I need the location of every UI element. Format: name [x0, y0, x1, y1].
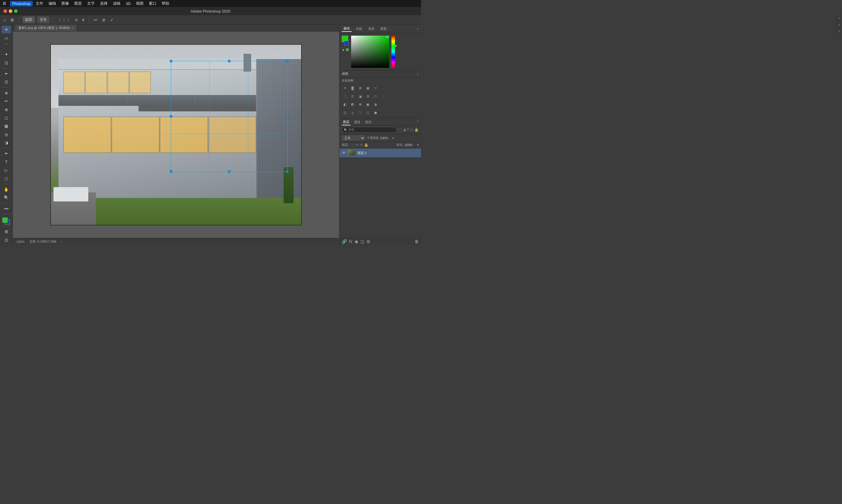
tab-gradients[interactable]: 渐变	[366, 26, 376, 32]
filter-text-btn[interactable]: T	[407, 128, 409, 132]
opacity-value[interactable]: 100%	[380, 136, 392, 140]
close-button[interactable]	[3, 10, 7, 13]
status-arrow[interactable]: ›	[61, 240, 62, 244]
healing-tool[interactable]: ⊕	[2, 89, 11, 97]
fg-bg-colors[interactable]	[2, 217, 11, 224]
grid-plus-icon[interactable]: #	[81, 17, 86, 23]
pen-tool[interactable]: ✒	[2, 150, 11, 157]
background-swatch[interactable]	[344, 41, 349, 46]
menu-filter[interactable]: 滤镜	[110, 0, 123, 7]
fill-dropdown-icon[interactable]: ▾	[417, 143, 419, 146]
filter-shape-btn[interactable]: ⬡	[410, 128, 413, 132]
blur-tool[interactable]: ◎	[2, 131, 11, 138]
color-panel-menu[interactable]: ≡	[417, 27, 419, 31]
crop-tool[interactable]: ⊡	[2, 59, 11, 67]
channel-mixer-btn[interactable]: ⬡	[372, 93, 379, 99]
move-tool[interactable]: ✛	[2, 26, 11, 33]
menu-3d[interactable]: 3D	[123, 1, 133, 6]
tab-paths[interactable]: 路径	[364, 119, 373, 125]
tab-close-button[interactable]: ×	[72, 26, 73, 30]
lasso-tool[interactable]: ⌒	[2, 42, 11, 50]
more-tools[interactable]: •••	[2, 205, 11, 213]
brush-tool[interactable]: ✏	[2, 97, 11, 105]
brightness-contrast-btn[interactable]: ☀	[342, 85, 348, 91]
layers-search[interactable]: 🔍 类型	[342, 127, 397, 133]
gradient-map-btn[interactable]: ▣	[364, 102, 371, 107]
levels-btn[interactable]: ▓	[350, 85, 356, 91]
add-mask-btn[interactable]: ◉	[355, 239, 358, 244]
screen-mode[interactable]: ⊡	[2, 236, 11, 244]
tab-layers[interactable]: 图层	[342, 119, 351, 125]
ruler-tool[interactable]: ⊡	[2, 78, 11, 86]
menu-text[interactable]: 文字	[85, 0, 97, 7]
adj-extra-4[interactable]: ◻	[364, 110, 371, 115]
color-lookup-btn[interactable]: ⋮	[380, 93, 386, 99]
vibrance-btn[interactable]: ▽	[372, 85, 379, 91]
lock-artboard-icon[interactable]: 🔒	[364, 143, 369, 147]
threshold-btn[interactable]: ⊠	[357, 102, 363, 107]
green-swatch[interactable]	[346, 48, 349, 51]
maximize-button[interactable]	[14, 10, 18, 13]
menu-window[interactable]: 窗口	[146, 0, 159, 7]
tab-color[interactable]: 颜色	[342, 26, 352, 32]
new-layer-btn[interactable]: ⊞	[366, 239, 370, 244]
menu-select[interactable]: 选择	[97, 0, 110, 7]
fill-value[interactable]: 100%	[404, 143, 416, 147]
selective-color-btn[interactable]: ◑	[372, 102, 379, 107]
color-hue-bar[interactable]	[392, 36, 395, 68]
blend-mode-dropdown[interactable]: 正常	[342, 136, 365, 141]
path-selection-tool[interactable]: ▷	[2, 166, 11, 174]
transform-icon[interactable]: ⊞	[10, 17, 15, 23]
hand-tool[interactable]: ✋	[2, 186, 11, 193]
confirm-warp-icon[interactable]: ✓	[109, 17, 115, 23]
grid-3-icon[interactable]: ≡	[74, 17, 78, 23]
eyedropper-tool[interactable]: ✒	[2, 70, 11, 77]
tab-swatches[interactable]: 色板	[354, 26, 364, 32]
home-icon[interactable]: ⌂	[2, 17, 7, 23]
foreground-color[interactable]	[2, 217, 7, 223]
tab-channels[interactable]: 通道	[353, 119, 362, 125]
menu-help[interactable]: 帮助	[159, 0, 172, 7]
layer-item[interactable]: 👁 图层 1	[339, 148, 421, 158]
color-balance-btn[interactable]: ⚖	[350, 93, 356, 99]
color-picker-gradient[interactable]	[351, 36, 389, 68]
magic-wand-tool[interactable]: ✦	[2, 51, 11, 58]
filter-smart-btn[interactable]: 🔒	[414, 128, 419, 132]
invert-btn[interactable]: ◧	[342, 102, 348, 107]
delete-layer-btn[interactable]: 🗑	[415, 239, 419, 244]
dodge-tool[interactable]: ◑	[2, 139, 11, 146]
adj-extra-1[interactable]: ◫	[342, 110, 348, 115]
layer-name[interactable]: 图层 1	[358, 151, 419, 155]
photo-filter-btn[interactable]: ⊟	[364, 93, 371, 99]
opacity-dropdown-icon[interactable]: ▾	[392, 137, 394, 140]
filter-adj-btn[interactable]: ◑	[403, 128, 406, 132]
adjustments-menu[interactable]: ≡	[417, 72, 419, 75]
marquee-tool[interactable]: ▭	[2, 34, 11, 41]
menu-view[interactable]: 视图	[133, 0, 146, 7]
menu-edit[interactable]: 编辑	[46, 0, 58, 7]
grid-icon[interactable]: ⋮⋮⋮	[57, 17, 71, 23]
lock-pixels-icon[interactable]: ⬚	[352, 143, 355, 147]
menu-layer[interactable]: 图层	[72, 0, 84, 7]
add-layer-style-btn[interactable]: fx	[349, 239, 352, 244]
minimize-button[interactable]	[9, 10, 12, 13]
adj-extra-2[interactable]: ◬	[350, 110, 356, 115]
document-tab[interactable]: 素材1.png @ 100% (图层 1, RGB/8) ×	[15, 25, 76, 31]
cancel-warp-icon[interactable]: ⊘	[101, 17, 107, 23]
menu-photoshop[interactable]: Photoshop	[10, 1, 33, 6]
gradient-tool[interactable]: ▦	[2, 122, 11, 130]
layer-visibility-icon[interactable]: 👁	[342, 150, 346, 155]
canvas-image[interactable]	[51, 45, 301, 225]
warp-transform-btn[interactable]: 变形	[37, 16, 49, 23]
undo-icon[interactable]: ↩	[93, 17, 98, 23]
curves-btn[interactable]: ⊞	[357, 85, 363, 91]
text-tool[interactable]: T	[2, 158, 11, 166]
eraser-tool[interactable]: ◻	[2, 114, 11, 122]
warp-face-btn[interactable]: 版面	[22, 16, 35, 23]
posterize-btn[interactable]: ◩	[350, 102, 356, 107]
shape-tool[interactable]: ⬡	[2, 175, 11, 182]
new-group-btn[interactable]: ◫	[360, 239, 364, 244]
hsl-btn[interactable]: ⬚	[342, 93, 348, 99]
exposure-btn[interactable]: ▦	[364, 85, 371, 91]
layers-panel-menu[interactable]: ≡	[417, 119, 419, 125]
